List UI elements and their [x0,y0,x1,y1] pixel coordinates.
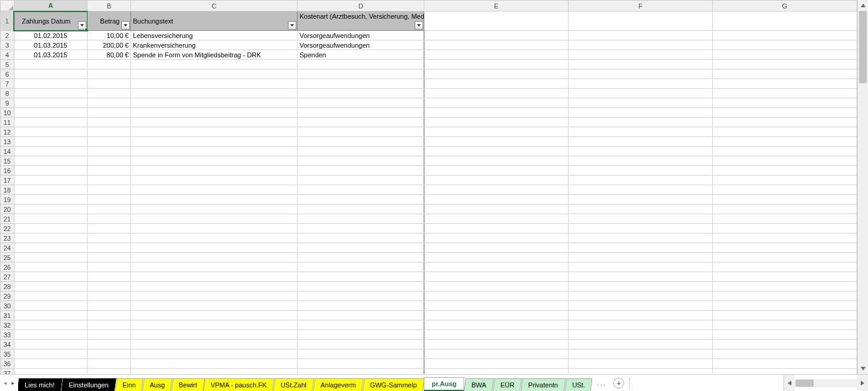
cell[interactable] [88,156,131,166]
cell[interactable] [88,369,131,375]
cell[interactable]: 01.03.2015 [14,50,88,60]
cell[interactable] [14,369,88,375]
cell[interactable] [424,79,569,89]
cell[interactable] [88,195,131,205]
cell[interactable] [14,195,88,205]
cell[interactable] [569,89,713,98]
cell[interactable] [14,156,88,166]
cell[interactable] [131,166,298,176]
cell[interactable] [298,243,424,253]
cell[interactable] [424,156,569,166]
cell[interactable] [14,69,88,79]
cell[interactable] [424,166,569,176]
cell[interactable] [424,89,569,98]
cell[interactable] [713,369,857,375]
cell[interactable] [298,137,424,147]
hscroll-thumb[interactable] [796,380,814,387]
cell[interactable] [424,31,569,40]
cell[interactable] [88,349,131,359]
row-header[interactable]: 8 [1,89,14,98]
cell[interactable] [713,137,857,147]
cell[interactable] [713,79,857,89]
cell[interactable] [298,69,424,79]
cell[interactable] [713,185,857,195]
cell[interactable] [424,262,569,272]
sheet-tab-ust-[interactable]: USt. [564,378,592,391]
cell[interactable] [569,234,713,243]
sheet-tab-anlageverm[interactable]: Anlageverm [313,378,364,391]
cell[interactable] [713,282,857,291]
column-header-d[interactable]: D [298,1,424,11]
row-header[interactable]: 10 [1,108,14,118]
cell[interactable] [424,369,569,375]
cell[interactable] [424,195,569,205]
cell[interactable]: Spenden [298,50,424,60]
cell[interactable] [88,253,131,262]
cell[interactable] [424,291,569,301]
cell[interactable] [298,224,424,234]
cell[interactable] [298,340,424,349]
cell[interactable] [88,89,131,98]
cell[interactable] [14,330,88,340]
cell[interactable] [424,69,569,79]
cell[interactable] [424,311,569,320]
cell[interactable] [131,311,298,320]
row-header[interactable]: 28 [1,282,14,291]
cell[interactable] [131,253,298,262]
cell[interactable] [713,262,857,272]
cell[interactable] [14,98,88,108]
cell[interactable] [88,60,131,69]
cell[interactable] [569,282,713,291]
cell[interactable] [569,137,713,147]
cell[interactable] [131,330,298,340]
cell[interactable] [713,301,857,311]
cell[interactable]: Vorsorgeaufwendungen [298,31,424,40]
cell[interactable] [569,40,713,50]
cell[interactable] [713,156,857,166]
row-header[interactable]: 5 [1,60,14,69]
cell[interactable]: Spende in Form von Mitgliedsbeitrag - DR… [131,50,298,60]
cell[interactable] [131,79,298,89]
cell[interactable] [298,253,424,262]
cell[interactable] [298,262,424,272]
cell[interactable] [569,108,713,118]
cell[interactable] [88,262,131,272]
cell[interactable]: Vorsorgeaufwendungen [298,40,424,50]
cell[interactable] [569,272,713,282]
cell[interactable] [88,205,131,214]
cell[interactable] [131,349,298,359]
cell[interactable] [569,127,713,137]
cell[interactable] [298,127,424,137]
cell[interactable] [88,234,131,243]
cell[interactable] [131,282,298,291]
cell[interactable] [569,147,713,156]
cell[interactable] [88,214,131,224]
cell[interactable] [298,89,424,98]
row-header[interactable]: 32 [1,320,14,330]
cell[interactable] [298,118,424,127]
cell[interactable] [569,369,713,375]
cell[interactable] [131,205,298,214]
cell[interactable] [424,253,569,262]
sheet-tab-privatentn[interactable]: Privatentn [521,378,566,391]
cell[interactable] [131,195,298,205]
cell[interactable] [569,359,713,369]
row-header[interactable]: 22 [1,224,14,234]
cell[interactable]: 01.03.2015 [14,40,88,50]
cell[interactable] [569,60,713,69]
row-header[interactable]: 14 [1,147,14,156]
cell[interactable] [424,176,569,185]
cell[interactable] [298,359,424,369]
row-header[interactable]: 34 [1,340,14,349]
cell[interactable] [424,60,569,69]
filter-dropdown-icon[interactable] [121,21,130,30]
cell[interactable] [569,176,713,185]
cell[interactable] [131,291,298,301]
cell[interactable] [131,89,298,98]
cell[interactable]: 10,00 € [88,31,131,40]
cell[interactable] [713,272,857,282]
sheet-tab-lies-mich-[interactable]: Lies mich! [18,378,62,391]
row-header[interactable]: 29 [1,291,14,301]
cell[interactable] [14,127,88,137]
cell[interactable] [713,11,857,31]
